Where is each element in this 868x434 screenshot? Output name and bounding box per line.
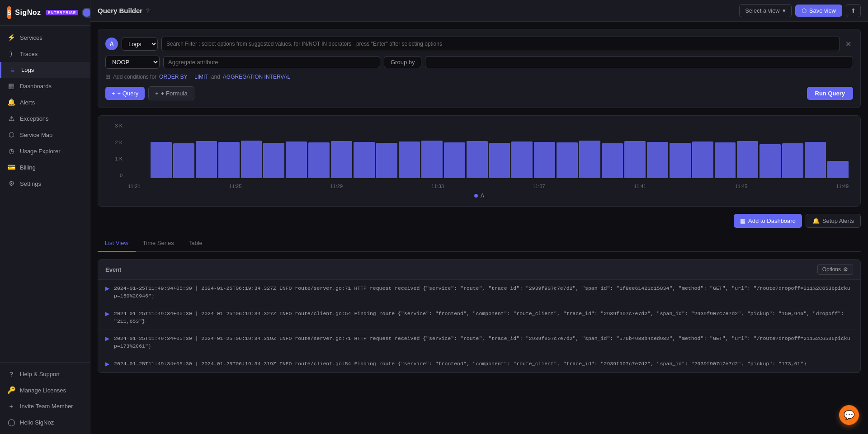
chat-support-button[interactable]: 💬: [839, 405, 859, 425]
app-logo-icon: S: [7, 6, 11, 19]
sidebar-item-dashboards[interactable]: ▦ Dashboards: [0, 78, 90, 94]
x-axis-label: 11:49: [836, 184, 849, 189]
expand-row-icon[interactable]: ▶: [105, 361, 109, 367]
y-label-3k: 3 K: [105, 123, 123, 128]
add-to-dashboard-button[interactable]: ▦ Add to Dashboard: [734, 214, 802, 228]
tab-list-view[interactable]: List View: [98, 235, 136, 252]
chart-bar: [827, 161, 849, 178]
group-by-input[interactable]: [425, 56, 853, 68]
group-by-button[interactable]: Group by: [384, 56, 421, 68]
sidebar-item-service-map[interactable]: ⬡ Service Map: [0, 127, 90, 143]
sidebar-item-logs[interactable]: ≡ Logs: [0, 62, 90, 78]
chart-bar: [467, 141, 488, 178]
sidebar-item-exceptions[interactable]: ⚠ Exceptions: [0, 110, 90, 127]
logs-icon: ≡: [9, 66, 17, 74]
x-axis-label: 11:21: [128, 184, 141, 189]
sidebar-nav: ⚡ Services ⟩ Traces ≡ Logs ▦ Dashboards …: [0, 26, 90, 362]
save-view-label: Save view: [809, 7, 836, 14]
chart-bar: [173, 143, 194, 178]
sidebar-item-settings[interactable]: ⚙ Settings: [0, 175, 90, 192]
query-row-2: NOOP Group by: [105, 56, 853, 69]
chart-bar: [331, 141, 352, 178]
order-by-link[interactable]: ORDER BY: [159, 74, 188, 80]
chart-bars: [128, 136, 849, 178]
add-query-label: + Query: [118, 90, 139, 97]
chart-bar: [218, 142, 240, 178]
chart-bar: [647, 142, 668, 178]
setup-alerts-button[interactable]: 🔔 Setup Alerts: [806, 214, 861, 228]
log-table-header: Event Options ⚙: [98, 259, 860, 280]
options-label: Options: [822, 266, 841, 273]
expand-row-icon[interactable]: ▶: [105, 311, 109, 317]
tab-table[interactable]: Table: [181, 235, 210, 252]
chart-bar: [263, 143, 284, 178]
x-axis-label: 11:37: [533, 184, 545, 189]
select-view-label: Select a view: [745, 7, 780, 14]
clear-search-button[interactable]: ✕: [844, 38, 853, 50]
noop-select[interactable]: NOOP: [105, 56, 160, 69]
add-query-button[interactable]: + + Query: [105, 87, 145, 100]
sidebar-item-hello-signoz[interactable]: ◯ Hello SigNoz: [0, 414, 90, 430]
sidebar-item-usage-explorer[interactable]: ◷ Usage Explorer: [0, 143, 90, 159]
chart-bar: [534, 142, 555, 178]
chart-bar: [557, 142, 578, 178]
alerts-icon: 🔔: [7, 98, 15, 106]
chart-bar: [376, 143, 397, 178]
run-query-button[interactable]: Run Query: [807, 87, 853, 100]
chart-bar: [805, 142, 826, 178]
expand-row-icon[interactable]: ▶: [105, 335, 109, 342]
plus-icon: +: [112, 90, 115, 97]
chart-bar: [241, 141, 262, 178]
chart-bar: [624, 141, 646, 178]
aggregation-link[interactable]: AGGREGATION INTERVAL: [223, 74, 290, 80]
log-row[interactable]: ▶ 2024-01-25T11:49:34+05:30 | 2024-01-25…: [98, 330, 860, 355]
tab-time-series[interactable]: Time Series: [136, 235, 181, 252]
options-button[interactable]: Options ⚙: [817, 264, 853, 275]
content-area: A Logs ✕ NOOP Group by ⊞ Add conditions …: [90, 22, 868, 434]
chat-icon: 💬: [844, 410, 855, 420]
query-row-1: A Logs ✕: [105, 37, 853, 51]
chart-legend: A: [105, 193, 853, 199]
query-type-select[interactable]: Logs: [122, 38, 158, 51]
share-icon: ⬆: [851, 7, 856, 14]
chart-bar: [670, 143, 691, 178]
x-axis-label: 11:33: [431, 184, 444, 189]
dashboards-icon: ▦: [7, 82, 15, 90]
sidebar-item-traces[interactable]: ⟩ Traces: [0, 46, 90, 62]
dashboard-icon: ▦: [740, 217, 745, 224]
chart-bar: [354, 142, 375, 178]
sidebar-item-manage-licenses[interactable]: 🔑 Manage Licenses: [0, 382, 90, 398]
settings-icon: ⚙: [7, 179, 15, 188]
chart-bar: [399, 142, 420, 178]
aggregate-input[interactable]: [163, 56, 380, 68]
chart-bar: [511, 142, 533, 178]
usage-explorer-icon: ◷: [7, 147, 15, 155]
sidebar-item-help-support[interactable]: ? Help & Support: [0, 366, 90, 382]
chart-bar: [444, 142, 465, 178]
search-filter-input[interactable]: [161, 37, 840, 51]
y-label-1k: 1 K: [105, 156, 123, 161]
expand-row-icon[interactable]: ▶: [105, 285, 109, 292]
log-row[interactable]: ▶ 2024-01-25T11:49:34+05:30 | 2024-01-25…: [98, 355, 860, 373]
sidebar: S SigNoz ENTERPRISE ⚡ Services ⟩ Traces …: [0, 0, 90, 434]
log-row[interactable]: ▶ 2024-01-25T11:49:34+05:30 | 2024-01-25…: [98, 280, 860, 305]
sidebar-item-invite-team[interactable]: + Invite Team Member: [0, 398, 90, 414]
limit-link[interactable]: LIMIT: [194, 74, 208, 80]
log-row[interactable]: ▶ 2024-01-25T11:49:34+05:30 | 2024-01-25…: [98, 305, 860, 330]
action-row: ▦ Add to Dashboard 🔔 Setup Alerts: [98, 214, 861, 228]
sidebar-item-billing[interactable]: 💳 Billing: [0, 159, 90, 175]
select-view-button[interactable]: Select a view ▾: [739, 4, 792, 17]
save-view-button[interactable]: ⬡ Save view: [795, 5, 842, 17]
sidebar-item-services[interactable]: ⚡ Services: [0, 29, 90, 46]
invite-icon: +: [7, 402, 15, 410]
gear-icon: ⚙: [843, 266, 848, 273]
expand-icon[interactable]: ⊞: [105, 73, 110, 80]
sidebar-item-alerts[interactable]: 🔔 Alerts: [0, 94, 90, 110]
chart-bar: [489, 143, 510, 178]
bell-icon: 🔔: [812, 217, 820, 224]
add-formula-button[interactable]: + + Formula: [148, 86, 194, 100]
service-map-icon: ⬡: [7, 131, 15, 139]
app-name: SigNoz: [15, 9, 41, 17]
help-circle-icon[interactable]: ?: [146, 7, 150, 14]
share-button[interactable]: ⬆: [846, 4, 861, 17]
